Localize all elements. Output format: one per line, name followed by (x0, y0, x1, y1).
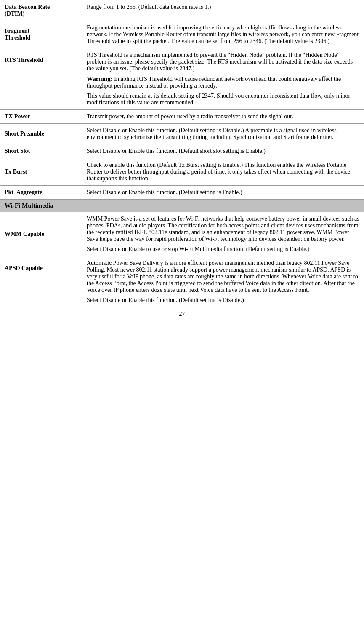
desc-short-preamble: Select Disable or Enable this function. … (82, 124, 364, 144)
desc-pkt-aggregate: Select Disable or Enable this function. … (82, 186, 364, 200)
warning-text: Enabling RTS Threshold will cause redund… (87, 76, 341, 89)
desc-apsd-capable: Automatic Power Save Delivery is a more … (82, 256, 364, 307)
table-row: Data Beacon Rate(DTIM) Range from 1 to 2… (0, 0, 364, 21)
label-data-beacon-rate: Data Beacon Rate(DTIM) (0, 0, 82, 21)
label-tx-burst: Tx Burst (0, 158, 82, 186)
page: Data Beacon Rate(DTIM) Range from 1 to 2… (0, 0, 364, 321)
label-short-preamble: Short Preamble (0, 124, 82, 144)
label-rts-threshold: RTS Threshold (0, 48, 82, 110)
desc-tx-burst: Check to enable this function (Default T… (82, 158, 364, 186)
desc-tx-power: Transmit power, the amount of power used… (82, 110, 364, 124)
settings-table: Data Beacon Rate(DTIM) Range from 1 to 2… (0, 0, 364, 307)
page-number: 27 (0, 307, 364, 321)
table-row: APSD Capable Automatic Power Save Delive… (0, 256, 364, 307)
table-row: TX Power Transmit power, the amount of p… (0, 110, 364, 124)
label-fragment-threshold: FragmentThreshold (0, 21, 82, 48)
table-row: RTS Threshold RTS Threshold is a mechani… (0, 48, 364, 110)
table-row: Tx Burst Check to enable this function (… (0, 158, 364, 186)
section-header-label: Wi-Fi Multimedia (0, 200, 364, 212)
desc-data-beacon-rate: Range from 1 to 255. (Default data beaco… (82, 0, 364, 21)
desc-wmm-capable: WMM Power Save is a set of features for … (82, 212, 364, 256)
table-row: WMM Capable WMM Power Save is a set of f… (0, 212, 364, 256)
table-row: Short Slot Select Disable or Enable this… (0, 144, 364, 158)
label-apsd-capable: APSD Capable (0, 256, 82, 307)
table-row: Pkt_Aggregate Select Disable or Enable t… (0, 186, 364, 200)
desc-short-slot: Select Disable or Enable this function. … (82, 144, 364, 158)
desc-rts-threshold: RTS Threshold is a mechanism implemented… (82, 48, 364, 110)
label-tx-power: TX Power (0, 110, 82, 124)
label-wmm-capable: WMM Capable (0, 212, 82, 256)
label-short-slot: Short Slot (0, 144, 82, 158)
table-row: FragmentThreshold Fragmentation mechanis… (0, 21, 364, 48)
label-pkt-aggregate: Pkt_Aggregate (0, 186, 82, 200)
warning-label: Warning: (87, 75, 113, 82)
table-row: Short Preamble Select Disable or Enable … (0, 124, 364, 144)
desc-fragment-threshold: Fragmentation mechanism is used for impr… (82, 21, 364, 48)
section-header-wifi-multimedia: Wi-Fi Multimedia (0, 200, 364, 212)
